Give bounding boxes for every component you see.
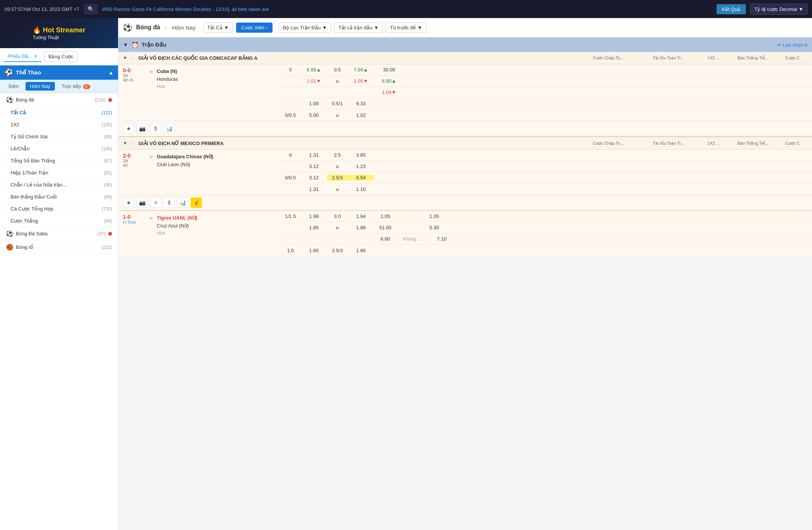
league-collapse-button[interactable]: ▼ [123,55,127,61]
match-star-icon[interactable]: ★ [148,68,154,75]
live-dot [108,98,112,102]
star-action-btn[interactable]: ★ [123,197,134,208]
league-block-concacaf: ▼ ☆ GIẢI VÔ ĐỊCH CÁC QUỐC GIA CONCACAF B… [118,52,812,137]
sport-header: ⚽ Bóng đá / Hôm Nay Tất Cả ▼ Cược Xiên ›… [118,18,812,38]
ket-qua-button[interactable]: Kết Quả [717,4,745,14]
lua-chon-button[interactable]: ⇌ Lựa chọn b [777,42,807,48]
match-star-guadalajara-icon[interactable]: ★ [148,153,154,161]
chevron-down-icon: ▼ [798,6,803,12]
sidebar-item-bong-da[interactable]: ⚽ Bóng đá (216) [0,93,118,107]
the-thao-section[interactable]: ⚽ Thể Thao ▲ [0,65,118,80]
sidebar-item-1x2[interactable]: 1X2 (105) [0,119,118,131]
tran-dau-label: Trận Đấu [142,41,167,48]
top-bar: 09:57:57AM Oct 13, 2023 GMT +7 🔍 W60 Ran… [0,0,812,18]
league-header-mexico: ▼ ☆ GIẢI VÔ ĐỊCH NỮ MEXICO PRIMERA Cược … [118,137,812,150]
star-action-button[interactable]: ★ [123,123,134,134]
gold-coin-btn[interactable]: 💰 [191,197,202,208]
sidebar-main-tabs: Phiếu Đặ... ▼ Bảng Cược [0,48,118,65]
chevron-down-icon: ▼ [322,25,327,30]
htime-label: H.Time [123,220,145,224]
odds-guadalajara: 0 1.31 2.5 3.85 3.12 u 1.23 [280,150,812,195]
dollar-action-button[interactable]: $ [150,123,161,134]
main-layout: 🔥 Hot Streamer Tướng Thuật Phiếu Đặ... ▼… [0,18,812,530]
soccer-ball-icon: ⚽ [5,68,13,77]
team-guadalajara-home: Guadalajara Chivas (Nữ) [157,153,213,161]
search-button[interactable]: 🔍 [84,4,98,14]
top-bar-ticker: W60 Rancho Santa Fe California Women Dou… [102,6,712,12]
truc-tiep-tab[interactable]: Trực tiếp 87 [57,82,95,91]
collapse-icon: ▲ [108,70,114,76]
truc-tiep-badge: 87 [83,84,90,89]
camera-btn[interactable]: 📷 [136,197,148,208]
dollar-btn[interactable]: $ [164,197,175,208]
chevron-down-icon: ▼ [224,25,229,30]
match-actions-guadalajara: ★ 📷 ≡ $ 📊 💰 [118,195,812,210]
top-bar-time: 09:57:57AM Oct 13, 2023 GMT +7 [5,6,79,12]
sidebar-item-saba[interactable]: ⚽ Bóng Đá Saba (37) [0,227,118,241]
chevron-down-icon: ▼ [374,25,379,30]
chart-action-button[interactable]: 📊 [164,123,175,134]
match-star-tigres-icon[interactable]: ★ [148,215,154,222]
clock-icon: ⏰ [131,41,139,48]
tat-ca-tran-dropdown[interactable]: Tất cả trận đấu ▼ [334,23,383,33]
league-collapse-btn[interactable]: ▼ [123,141,127,146]
sidebar-item-ca-cuoc[interactable]: Cá Cược Tổng Hợp (735) [0,203,118,215]
odds-tigres: 1/1.5 1.99 3.0 1.94 1.05 1.26 1.85 u [280,211,812,256]
camera-action-button[interactable]: 📷 [136,123,148,134]
sidebar-item-ban-thang-dau-cuoi[interactable]: Bàn thắng Đầu/ Cuối (80) [0,191,118,203]
som-tab[interactable]: Sớm [4,82,23,91]
sport-icon: ⚽ [123,23,132,32]
sidebar-banner: 🔥 Hot Streamer Tướng Thuật [0,18,118,48]
list-btn[interactable]: ≡ [150,197,161,208]
league-name: GIẢI VÔ ĐỊCH CÁC QUỐC GIA CONCACAF BẢNG … [138,55,575,61]
chart-btn[interactable]: 📊 [177,197,188,208]
chevron-down-icon: ▼ [417,25,422,30]
sidebar-subtabs: Sớm Hôm Nay Trực tiếp 87 [0,80,118,93]
soccer-icon: ⚽ [6,96,14,103]
saba-icon: ⚽ [6,230,14,237]
draw-label: Hòa [157,83,178,90]
banner-title: 🔥 Hot Streamer [33,26,85,35]
sidebar-item-hiep1[interactable]: Hiệp 1/Toàn Trận (81) [0,167,118,179]
odds-handicap: 0 [280,67,301,73]
sidebar-item-cuoc-thang[interactable]: Cược Thắng (94) [0,215,118,227]
tat-ca-dropdown[interactable]: Tất Cả ▼ [203,23,233,33]
match-row-cuba: 0-0 2H 48'+5 ★ Cuba (N) Honduras Hòa [118,64,812,137]
sidebar-item-bong-ro[interactable]: 🏀 Bóng rổ (221) [0,241,118,254]
ty-le-dropdown[interactable]: Tỷ lệ cược Decimal ▼ [750,4,808,15]
phieu-dat-tab[interactable]: Phiếu Đặ... ▼ [4,51,41,62]
sidebar-item-le-chan[interactable]: Lẻ/Chẵn (106) [0,143,118,155]
arrow-right-icon: › [266,25,267,30]
league-block-mexico: ▼ ☆ GIẢI VÔ ĐỊCH NỮ MEXICO PRIMERA Cược … [118,137,812,256]
sidebar-sports-list: ⚽ Bóng đá (216) Tất Cả (122) 1X2 (105) T… [0,93,118,254]
filter-icon: ⇌ [777,42,781,48]
hom-nay-tab[interactable]: Hôm Nay [26,82,55,91]
sport-subtitle: Hôm Nay [172,24,196,31]
league-name-mexico: GIẢI VÔ ĐỊCH NỮ MEXICO PRIMERA [138,141,575,146]
sidebar-item-tat-ca[interactable]: Tất Cả (122) [0,107,118,119]
bang-cuoc-tab[interactable]: Bảng Cược [44,51,78,62]
odds-area: 0 6.88▲ 0.5 7.66▲ 30.00 1.01▼ u 1 [280,64,812,121]
team-tigres-away: Cruz Azul (Nữ) [157,222,197,230]
match-row-guadalajara: 2-0 2H 43' ★ Guadalajara Chivas (Nữ) Clu… [118,150,812,211]
sidebar-item-chan-le-nua[interactable]: Chẵn / Lẻ của Nửa trận... (80) [0,179,118,191]
bo-loc-dropdown[interactable]: Bộ Lọc Trận Đấu ▼ [279,23,331,33]
tu-truoc-dropdown[interactable]: Từ trước đề ▼ [386,23,426,33]
match-actions-cuba: ★ 📷 $ 📊 [118,121,812,136]
league-star-icon[interactable]: ☆ [130,55,135,61]
sidebar: 🔥 Hot Streamer Tướng Thuật Phiếu Đặ... ▼… [0,18,118,530]
sport-title: Bóng đá [136,24,160,31]
draw-tigres-label: Hòa [157,230,197,236]
team-tigres-home: Tigres UANL (Nữ) [157,214,197,222]
sidebar-item-tong-so[interactable]: Tổng Số Bàn Thắng (87) [0,155,118,167]
basketball-icon: 🏀 [6,244,14,251]
team-away: Honduras [157,75,178,83]
cuoc-xien-button[interactable]: Cược Xiên › [236,23,273,33]
live-dot-saba [108,232,112,236]
tran-dau-collapse-button[interactable]: ▼ [123,42,128,48]
league-star-icon[interactable]: ☆ [130,140,135,146]
sidebar-item-ty-so[interactable]: Tỷ Số Chính Xác (89) [0,131,118,143]
match-score-guadalajara: 2-0 [123,153,145,159]
odds-val[interactable]: 6.88▲ [301,67,327,73]
main-content: ⚽ Bóng đá / Hôm Nay Tất Cả ▼ Cược Xiên ›… [118,18,812,530]
